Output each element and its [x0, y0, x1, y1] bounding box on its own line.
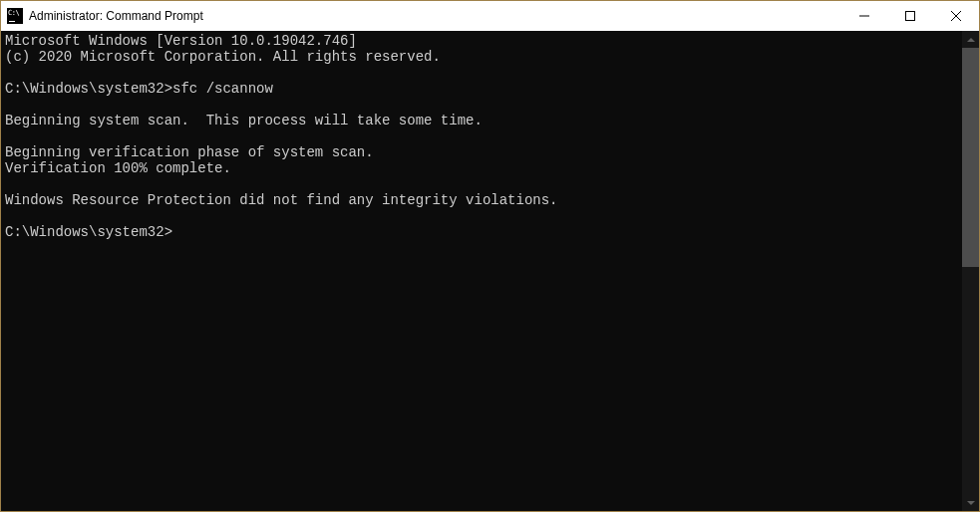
- scroll-down-arrow[interactable]: [962, 494, 979, 511]
- svg-rect-1: [906, 12, 915, 21]
- close-button[interactable]: [933, 1, 979, 31]
- scroll-track[interactable]: [962, 48, 979, 494]
- scroll-thumb[interactable]: [962, 48, 979, 267]
- terminal-output[interactable]: Microsoft Windows [Version 10.0.19042.74…: [1, 31, 962, 511]
- titlebar[interactable]: Administrator: Command Prompt: [1, 1, 979, 31]
- scrollbar[interactable]: [962, 31, 979, 511]
- command-prompt-window: Administrator: Command Prompt Microsoft …: [0, 0, 980, 512]
- maximize-button[interactable]: [887, 1, 933, 31]
- cmd-icon: [7, 8, 23, 24]
- window-controls: [841, 1, 979, 31]
- scroll-up-arrow[interactable]: [962, 31, 979, 48]
- window-title: Administrator: Command Prompt: [29, 9, 841, 23]
- terminal-container: Microsoft Windows [Version 10.0.19042.74…: [1, 31, 979, 511]
- minimize-button[interactable]: [841, 1, 887, 31]
